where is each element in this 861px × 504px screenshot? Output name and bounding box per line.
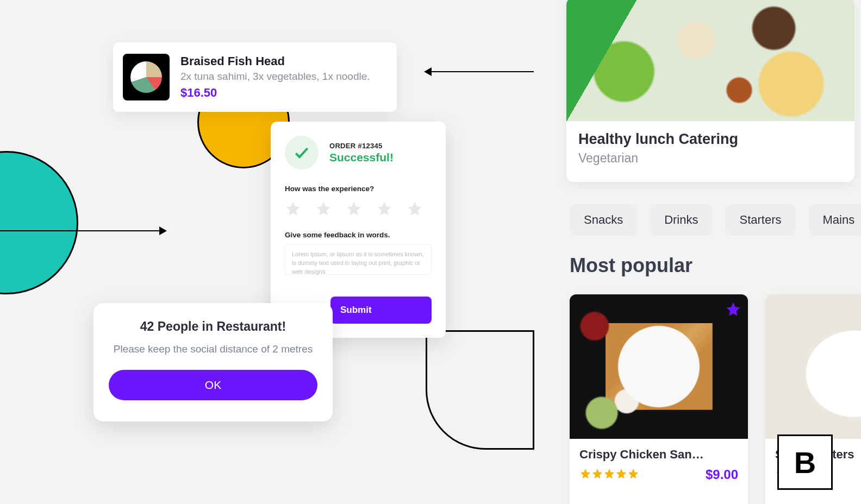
product-image [570, 294, 748, 439]
category-chip-drinks[interactable]: Drinks [650, 204, 712, 236]
feedback-text-label: Give some feedback in words. [285, 231, 432, 239]
restaurant-tag: Vegetarian [578, 151, 843, 166]
star-icon [627, 468, 639, 480]
category-chip-starters[interactable]: Starters [726, 204, 796, 236]
star-icon [591, 468, 603, 480]
brand-logo: B [777, 434, 833, 490]
rating-stars[interactable] [285, 200, 432, 217]
order-item-card[interactable]: Braised Fish Head 2x tuna sahimi, 3x veg… [113, 42, 397, 112]
occupancy-title: 42 People in Restaurant! [109, 319, 317, 334]
category-chip-snacks[interactable]: Snacks [570, 204, 637, 236]
product-rating [579, 468, 639, 482]
restaurant-name: Healthy lunch Catering [578, 131, 843, 148]
star-icon [579, 468, 591, 480]
star-icon[interactable] [376, 200, 392, 217]
decorative-arrow-right [0, 230, 166, 231]
category-chips-row: Snacks Drinks Starters Mains [570, 204, 861, 236]
order-item-price: $16.50 [180, 86, 370, 100]
star-icon[interactable] [315, 200, 332, 217]
rating-question-label: How was the experience? [285, 185, 432, 193]
star-icon [615, 468, 627, 480]
star-icon[interactable] [407, 200, 423, 217]
category-chip-mains[interactable]: Mains [809, 204, 861, 236]
decorative-circle-teal [0, 151, 78, 294]
submit-button[interactable]: Submit [330, 297, 432, 324]
restaurant-card[interactable]: Healthy lunch Catering Vegetarian [566, 0, 854, 182]
product-price: $9.00 [706, 467, 738, 482]
order-item-thumbnail [123, 54, 170, 100]
product-card[interactable]: Crispy Chicken San… $9.00 [570, 294, 748, 504]
order-status-text: Successful! [329, 151, 394, 164]
product-name: Crispy Chicken San… [579, 448, 738, 462]
success-check-icon [285, 136, 319, 169]
feedback-textarea[interactable]: Lorem ipsum, or lipsum as it is sometime… [285, 244, 432, 275]
order-item-description: 2x tuna sahimi, 3x vegetables, 1x noodle… [180, 71, 370, 83]
occupancy-alert-card: 42 People in Restaurant! Please keep the… [93, 303, 333, 421]
favorite-star-icon[interactable] [725, 301, 741, 317]
occupancy-message: Please keep the social distance of 2 met… [109, 342, 317, 357]
ok-button[interactable]: OK [109, 370, 317, 400]
order-number-label: ORDER #12345 [329, 142, 394, 150]
order-item-name: Braised Fish Head [180, 54, 370, 68]
product-image [765, 294, 861, 439]
star-icon[interactable] [285, 200, 301, 217]
decorative-box-outline [426, 330, 534, 450]
decorative-arrow-left [425, 71, 534, 72]
star-icon [603, 468, 615, 480]
star-icon[interactable] [346, 200, 362, 217]
section-title-most-popular: Most popular [570, 254, 692, 277]
restaurant-hero-image [566, 0, 854, 121]
